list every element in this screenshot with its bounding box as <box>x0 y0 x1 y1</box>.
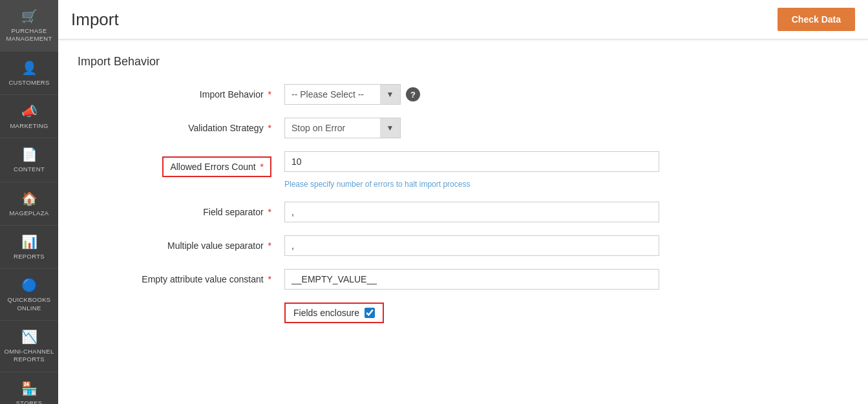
sidebar-item-label: OMNI-CHANNEL REPORTS <box>3 348 55 364</box>
allowed-errors-hint: Please specify number of errors to halt … <box>284 180 470 189</box>
sidebar-item-label: MARKETING <box>10 122 48 130</box>
fields-enclosure-control: Fields enclosure <box>284 303 849 323</box>
validation-strategy-select[interactable]: Stop on Error Skip Errors <box>284 118 401 138</box>
field-separator-row: Field separator * , <box>78 202 849 222</box>
omni-channel-icon: 📉 <box>21 328 37 345</box>
page-content: Import Behavior Import Behavior * -- Ple… <box>58 39 868 352</box>
sidebar-item-content[interactable]: 📄 CONTENT <box>0 138 58 182</box>
main-content: Import Check Data Import Behavior Import… <box>58 0 868 404</box>
fields-enclosure-checkbox[interactable] <box>365 308 375 318</box>
field-separator-control: , <box>284 202 849 222</box>
sidebar-item-quickbooks-online[interactable]: 🔵 QUICKBOOKS ONLINE <box>0 269 58 321</box>
multiple-value-separator-control: , <box>284 235 849 256</box>
sidebar-item-label: PURCHASE MANAGEMENT <box>3 27 55 43</box>
validation-strategy-select-wrapper: Stop on Error Skip Errors ▼ <box>284 118 401 138</box>
section-title: Import Behavior <box>78 55 849 69</box>
sidebar-item-label: CONTENT <box>14 165 45 173</box>
empty-attribute-control: __EMPTY_VALUE__ <box>284 269 849 290</box>
multiple-value-separator-input[interactable]: , <box>284 235 659 256</box>
help-icon[interactable]: ? <box>406 87 420 101</box>
sidebar-item-label: STORES <box>16 399 43 404</box>
sidebar-item-customers[interactable]: 👤 CUSTOMERS <box>0 52 58 95</box>
allowed-errors-count-row: Allowed Errors Count * 10 Please specify… <box>78 151 849 189</box>
sidebar-item-purchase-management[interactable]: 🛒 PURCHASE MANAGEMENT <box>0 0 58 52</box>
allowed-errors-control: 10 Please specify number of errors to ha… <box>284 151 849 189</box>
multiple-value-separator-row: Multiple value separator * , <box>78 235 849 256</box>
empty-attribute-label: Empty attribute value constant * <box>78 269 284 284</box>
import-behavior-label: Import Behavior * <box>78 84 284 100</box>
sidebar: 🛒 PURCHASE MANAGEMENT 👤 CUSTOMERS 📣 MARK… <box>0 0 58 404</box>
reports-icon: 📊 <box>21 233 37 250</box>
fields-enclosure-label: Fields enclosure <box>293 308 359 318</box>
sidebar-item-marketing[interactable]: 📣 MARKETING <box>0 95 58 138</box>
fields-enclosure-box: Fields enclosure <box>284 303 384 323</box>
purchase-management-icon: 🛒 <box>21 8 37 25</box>
allowed-errors-input[interactable]: 10 <box>284 151 659 172</box>
customers-icon: 👤 <box>21 59 37 76</box>
marketing-icon: 📣 <box>21 103 37 120</box>
sidebar-item-reports[interactable]: 📊 REPORTS <box>0 226 58 269</box>
sidebar-item-mageplaza[interactable]: 🏠 MAGEPLAZA <box>0 182 58 226</box>
field-separator-label: Field separator * <box>78 202 284 217</box>
quickbooks-icon: 🔵 <box>21 277 37 293</box>
empty-attribute-input[interactable]: __EMPTY_VALUE__ <box>284 269 659 290</box>
sidebar-item-label: REPORTS <box>14 253 45 260</box>
allowed-errors-count-label: Allowed Errors Count * <box>78 151 284 177</box>
required-star: * <box>268 89 271 100</box>
required-star: * <box>268 123 271 133</box>
page-title: Import <box>71 10 119 30</box>
import-behavior-select[interactable]: -- Please Select -- Add/Update Replace D… <box>284 84 401 105</box>
validation-strategy-label: Validation Strategy * <box>78 118 284 133</box>
import-behavior-select-wrapper: -- Please Select -- Add/Update Replace D… <box>284 84 401 105</box>
page-header: Import Check Data <box>58 0 868 39</box>
required-star: * <box>268 274 271 284</box>
highlighted-label: Allowed Errors Count * <box>162 156 271 177</box>
mageplaza-icon: 🏠 <box>21 190 37 207</box>
empty-attribute-row: Empty attribute value constant * __EMPTY… <box>78 269 849 290</box>
check-data-button[interactable]: Check Data <box>778 8 855 31</box>
fields-enclosure-row: Fields enclosure <box>78 303 849 323</box>
field-separator-input[interactable]: , <box>284 202 659 222</box>
required-star: * <box>268 207 271 217</box>
sidebar-item-omni-channel-reports[interactable]: 📉 OMNI-CHANNEL REPORTS <box>0 321 58 372</box>
required-star: * <box>260 162 264 172</box>
stores-icon: 🏪 <box>21 380 37 397</box>
sidebar-item-stores[interactable]: 🏪 STORES <box>0 372 58 404</box>
sidebar-item-label: QUICKBOOKS ONLINE <box>3 296 55 312</box>
sidebar-item-label: MAGEPLAZA <box>10 209 49 217</box>
sidebar-item-label: CUSTOMERS <box>8 79 49 87</box>
multiple-value-separator-label: Multiple value separator * <box>78 235 284 251</box>
fields-enclosure-label-spacer <box>78 303 284 308</box>
import-behavior-control: -- Please Select -- Add/Update Replace D… <box>284 84 849 105</box>
validation-strategy-row: Validation Strategy * Stop on Error Skip… <box>78 118 849 138</box>
content-icon: 📄 <box>21 146 37 163</box>
required-star: * <box>268 240 271 251</box>
validation-strategy-control: Stop on Error Skip Errors ▼ <box>284 118 849 138</box>
import-behavior-row: Import Behavior * -- Please Select -- Ad… <box>78 84 849 105</box>
